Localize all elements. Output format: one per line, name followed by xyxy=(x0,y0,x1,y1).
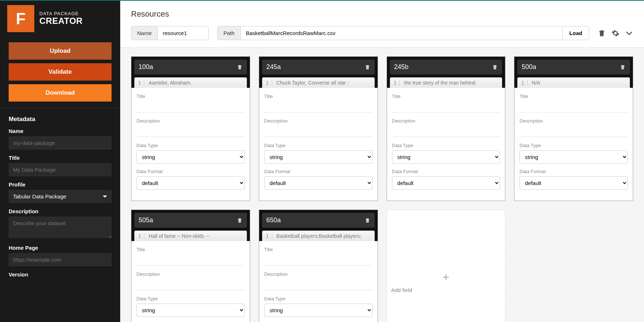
field-type-select[interactable]: string xyxy=(519,150,628,164)
field-card: 245b 1 the true story of the man behind … xyxy=(387,56,506,201)
field-type-select[interactable]: string xyxy=(136,304,245,317)
sidebar: F DATA PACKAGE CREATOR Upload Validate D… xyxy=(0,1,120,322)
sample-row: 1 the true story of the man behind xyxy=(390,77,502,88)
gear-icon[interactable] xyxy=(612,29,619,37)
upload-button[interactable]: Upload xyxy=(9,42,112,60)
sample-row: 1 Basketball players;Basketball players; xyxy=(262,231,375,241)
name-input[interactable] xyxy=(9,136,112,150)
field-type-select[interactable]: string xyxy=(136,150,245,164)
field-name: 500a xyxy=(522,63,536,71)
field-card: 650a 1 Basketball players;Basketball pla… xyxy=(259,210,378,322)
logo-title: CREATOR xyxy=(39,16,83,26)
field-title-input[interactable] xyxy=(264,254,373,266)
page-title: Resources xyxy=(131,9,633,19)
load-button[interactable]: Load xyxy=(562,26,589,40)
logo-icon: F xyxy=(7,5,34,32)
field-format-select[interactable]: default xyxy=(264,176,373,190)
field-format-select[interactable]: default xyxy=(519,176,628,190)
field-name: 245b xyxy=(394,63,409,71)
trash-icon[interactable] xyxy=(620,64,626,70)
field-format-select[interactable]: default xyxy=(392,176,500,190)
field-title-input[interactable] xyxy=(264,101,373,112)
field-type-select[interactable]: string xyxy=(264,304,373,317)
main-panel: Resources Name Path Load 1 xyxy=(120,1,644,322)
field-description-input[interactable] xyxy=(264,126,373,137)
sample-row: 1 Hall of fame -- Non-skids -- xyxy=(134,231,247,241)
sample-row: 1 Chuck Taylor, Converse all star : xyxy=(262,77,375,88)
trash-icon[interactable] xyxy=(237,217,243,224)
logo-section: F DATA PACKAGE CREATOR xyxy=(0,1,120,39)
trash-icon[interactable] xyxy=(237,64,243,70)
description-label: Description xyxy=(9,208,112,214)
field-description-input[interactable] xyxy=(136,126,245,137)
field-card: 500a 1 N/A Title Description Data Type s… xyxy=(514,56,633,201)
sample-row: 1 Aamidor, Abraham. xyxy=(134,77,247,88)
trash-icon[interactable] xyxy=(365,217,370,224)
resource-path-input[interactable] xyxy=(241,26,562,40)
title-input[interactable] xyxy=(9,163,112,176)
resource-path-label: Path xyxy=(218,26,241,40)
field-type-select[interactable]: string xyxy=(264,150,373,164)
homepage-input[interactable] xyxy=(9,253,112,266)
resource-name-label: Name xyxy=(131,26,158,40)
profile-label: Profile xyxy=(9,181,112,188)
chevron-down-icon[interactable] xyxy=(625,29,633,37)
metadata-heading: Metadata xyxy=(9,116,112,123)
field-card: 245a 1 Chuck Taylor, Converse all star :… xyxy=(259,56,378,201)
field-title-input[interactable] xyxy=(392,101,500,112)
field-name: 650a xyxy=(266,216,281,224)
field-title-input[interactable] xyxy=(136,101,245,112)
homepage-label: Home Page xyxy=(9,245,112,251)
field-title-input[interactable] xyxy=(136,254,245,266)
title-label: Title xyxy=(9,155,112,161)
field-card: 505a 1 Hall of fame -- Non-skids -- Titl… xyxy=(131,210,250,322)
metadata-section: Metadata Name Title Profile Tabular Data… xyxy=(0,108,120,287)
profile-select[interactable]: Tabular Data Package xyxy=(9,190,112,203)
download-button[interactable]: Download xyxy=(9,84,112,102)
plus-icon: + xyxy=(443,271,449,284)
field-description-input[interactable] xyxy=(519,126,628,137)
trash-icon[interactable] xyxy=(492,64,498,70)
field-description-input[interactable] xyxy=(392,126,500,137)
field-name: 505a xyxy=(139,216,153,224)
sample-row: 1 N/A xyxy=(517,77,630,88)
resource-bar: Name Path Load xyxy=(131,26,633,40)
field-description-input[interactable] xyxy=(264,279,373,290)
trash-icon[interactable] xyxy=(598,29,606,37)
field-name: 100a xyxy=(139,63,153,71)
field-type-select[interactable]: string xyxy=(392,150,500,164)
logo-subtitle: DATA PACKAGE xyxy=(39,11,83,16)
name-label: Name xyxy=(9,128,112,134)
trash-icon[interactable] xyxy=(365,64,370,70)
add-field-button[interactable]: + Add field xyxy=(387,210,506,322)
field-title-input[interactable] xyxy=(519,101,628,112)
resource-name-input[interactable] xyxy=(158,26,208,40)
description-input[interactable] xyxy=(9,216,112,238)
field-card: 100a 1 Aamidor, Abraham. Title Descripti… xyxy=(131,56,250,201)
version-label: Version xyxy=(9,271,112,278)
field-description-input[interactable] xyxy=(136,279,245,290)
validate-button[interactable]: Validate xyxy=(9,63,112,81)
field-format-select[interactable]: default xyxy=(136,176,245,190)
field-name: 245a xyxy=(266,63,281,71)
